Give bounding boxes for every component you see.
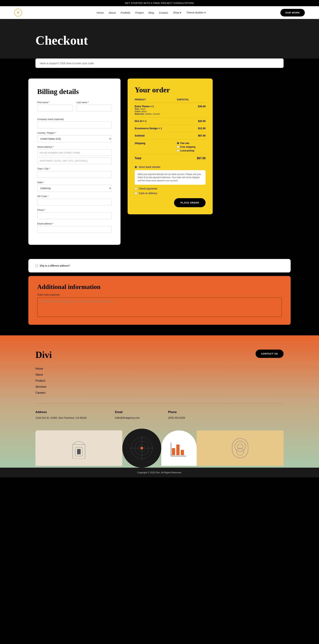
first-name-input[interactable] — [37, 105, 73, 112]
last-name-group: Last name * — [76, 101, 112, 112]
last-name-label: Last name * — [76, 101, 112, 104]
country-select[interactable]: United States (US) — [37, 135, 112, 142]
footer-shape-3 — [161, 430, 197, 466]
street-label: Street address * — [37, 146, 112, 148]
checkout-area: Billing details First name * Last name *… — [0, 75, 319, 259]
country-group: Country / Region * United States (US) — [37, 132, 112, 142]
zip-group: ZIP Code * — [37, 195, 112, 206]
footer-nav-careers[interactable]: Careers — [36, 391, 284, 394]
payment-radio-check[interactable] — [135, 188, 137, 190]
product-cell: Extra Theme × 1 Size: small Color: black… — [135, 103, 177, 118]
product-name: Ecommerce Design × 1 — [135, 127, 177, 130]
svg-rect-9 — [172, 448, 175, 455]
svg-point-15 — [235, 441, 246, 452]
shipping-option-pickup[interactable]: Local pickup — [177, 149, 206, 152]
shipping-radio-flat[interactable] — [177, 142, 179, 144]
place-order-container: PLACE ORDER — [135, 196, 206, 207]
payment-info-box: Make your payment directly into our bank… — [135, 170, 206, 185]
nav-blog[interactable]: Blog — [148, 11, 154, 14]
product-column-header: PRODUCT — [135, 98, 177, 103]
order-title: Your order — [135, 86, 206, 94]
payment-check-label: Check payments — [139, 187, 157, 190]
notes-textarea[interactable] — [37, 298, 282, 317]
footer-divider — [36, 403, 284, 404]
city-input[interactable] — [37, 171, 112, 178]
shipping-free-label: Free shipping — [180, 146, 195, 148]
subtotal-column-header: SUBTOTAL — [177, 98, 206, 103]
company-input[interactable] — [37, 122, 112, 128]
footer-address-value: 1234 Divi St. #1000, San Francisco, CA 9… — [36, 416, 87, 420]
ship-different-label[interactable]: Ship to a different address? — [40, 264, 70, 267]
footer-address-group: Address 1234 Divi St. #1000, San Francis… — [36, 410, 87, 420]
state-group: State * California — [37, 181, 112, 192]
nav-theme-builder[interactable]: Theme Builder ▾ — [186, 11, 206, 14]
product-cell: Divi AI × 1 — [135, 118, 177, 125]
footer-nav-services[interactable]: Services — [36, 385, 284, 388]
nav-project[interactable]: Project — [136, 11, 144, 14]
name-row: First name * Last name * — [37, 101, 112, 115]
price-cell: $35.00 — [177, 103, 206, 118]
phone-input[interactable] — [37, 212, 112, 219]
svg-rect-2 — [77, 449, 81, 454]
total-label: Total — [135, 157, 141, 160]
billing-title: Billing details — [37, 88, 112, 96]
price-cell: $20.00 — [177, 118, 206, 125]
footer-shape-4 — [197, 430, 284, 466]
payment-option-check[interactable]: Check payments — [135, 187, 206, 190]
table-row: Divi AI × 1 $20.00 — [135, 118, 206, 125]
svg-rect-10 — [176, 444, 180, 455]
zip-input[interactable] — [37, 199, 112, 206]
shipping-option-free[interactable]: Free shipping — [177, 146, 206, 148]
footer-phone-heading: Phone — [168, 410, 185, 414]
country-label: Country / Region * — [37, 132, 112, 134]
place-order-button[interactable]: PLACE ORDER — [174, 198, 206, 207]
price-cell: $12.00 — [177, 125, 206, 132]
payment-option-bank[interactable]: Direct bank transfer — [135, 166, 206, 168]
subtotal-label-cell: Subtotal — [135, 132, 177, 139]
logo[interactable]: D — [14, 9, 22, 16]
total-value: $67.00 — [197, 157, 206, 160]
ship-different-checkbox[interactable] — [36, 265, 38, 267]
first-name-group: First name * — [37, 101, 73, 112]
payment-option-cod[interactable]: Cash on delivery — [135, 192, 206, 195]
coupon-bar[interactable]: Have a coupon? Click here to enter your … — [36, 58, 284, 68]
email-input[interactable] — [37, 226, 112, 233]
nav-contact[interactable]: Contact — [159, 11, 168, 14]
payment-radio-cod[interactable] — [135, 192, 137, 194]
phone-group: Phone * — [37, 209, 112, 219]
page-title-section: Checkout — [0, 19, 319, 58]
email-group: Email address * — [37, 222, 112, 233]
shape-4-svg — [231, 438, 249, 459]
last-name-input[interactable] — [76, 105, 112, 112]
phone-label: Phone * — [37, 209, 112, 211]
shipping-options: Flat rate Free shipping Local pickup — [177, 142, 206, 152]
shape-3-svg — [170, 439, 188, 457]
nav-shop[interactable]: Shop ▾ — [173, 11, 181, 14]
shipping-radio-free[interactable] — [177, 146, 179, 148]
footer-nav-product[interactable]: Product — [36, 379, 284, 382]
footer-info: Address 1234 Divi St. #1000, San Francis… — [36, 410, 284, 420]
table-row: Subtotal $67.00 — [135, 132, 206, 139]
footer-contact-button[interactable]: CONTACT US — [256, 350, 284, 358]
shipping-option-flat[interactable]: Flat rate — [177, 142, 206, 144]
footer-email-heading: Email — [115, 410, 140, 414]
footer-nav-about[interactable]: About — [36, 373, 284, 376]
payment-radio-bank[interactable] — [135, 166, 137, 168]
product-cell: Ecommerce Design × 1 — [135, 125, 177, 132]
nav-cta-button[interactable]: OUR WORK — [280, 9, 305, 16]
street-input[interactable] — [37, 149, 112, 156]
shipping-pickup-label: Local pickup — [180, 149, 194, 152]
shipping-radio-pickup[interactable] — [177, 150, 179, 152]
nav-portfolio[interactable]: Portfolio — [121, 11, 130, 14]
first-name-label: First name * — [37, 101, 73, 104]
nav-home[interactable]: Home — [96, 11, 104, 14]
zip-label: ZIP Code * — [37, 195, 112, 198]
apt-input[interactable] — [37, 158, 112, 164]
table-row: Ecommerce Design × 1 $12.00 — [135, 125, 206, 132]
state-select[interactable]: California — [37, 185, 112, 192]
footer-nav-home[interactable]: Home — [36, 367, 284, 370]
nav-about[interactable]: About — [109, 11, 116, 14]
footer-email-group: Email hello@diviagency.com — [115, 410, 140, 420]
city-group: Town / City * — [37, 167, 112, 178]
city-label: Town / City * — [37, 167, 112, 170]
